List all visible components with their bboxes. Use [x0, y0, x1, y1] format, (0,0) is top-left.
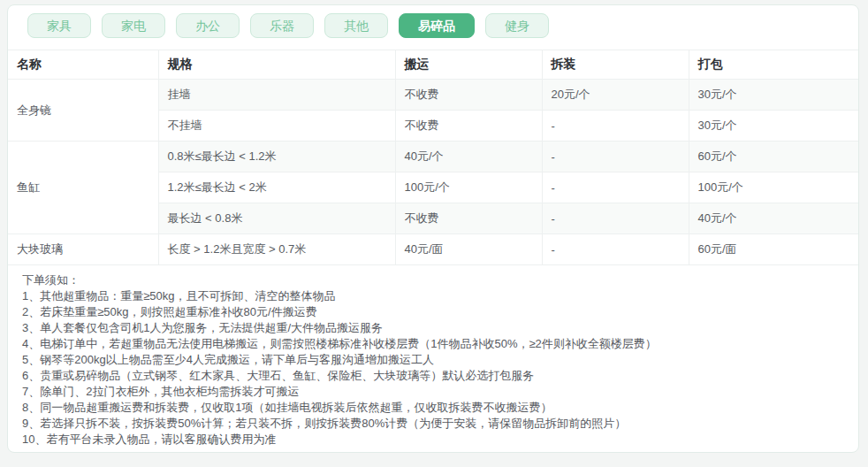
carry-cell: 100元/个	[395, 172, 542, 203]
disassemble-cell: -	[542, 172, 689, 203]
spec-cell: 最长边 < 0.8米	[158, 203, 395, 234]
note-line: 8、同一物品超重搬运费和拆装费，仅收取1项（如挂墙电视拆装后依然超重，仅收取拆装…	[22, 400, 844, 416]
tab-others[interactable]: 其他	[324, 13, 388, 38]
item-name: 鱼缸	[8, 142, 158, 234]
pack-cell: 60元/面	[689, 234, 858, 265]
price-table: 名称 规格 搬运 拆装 打包 全身镜 挂墙 不收费 20元/个 30元/个 不挂…	[8, 50, 858, 265]
table-header-row: 名称 规格 搬运 拆装 打包	[8, 50, 858, 80]
table-row: 全身镜 挂墙 不收费 20元/个 30元/个	[8, 80, 858, 111]
carry-cell: 不收费	[395, 80, 542, 111]
disassemble-cell: -	[542, 203, 689, 234]
disassemble-cell: -	[542, 234, 689, 265]
note-line: 1、其他超重物品：重量≥50kg，且不可拆卸、清空的整体物品	[22, 288, 844, 304]
col-header-disassemble: 拆装	[542, 50, 689, 80]
note-line: 3、单人套餐仅包含司机1人为您服务，无法提供超重/大件物品搬运服务	[22, 320, 844, 336]
pack-cell: 30元/个	[689, 80, 858, 111]
table-row: 鱼缸 0.8米≤最长边 < 1.2米 40元/个 - 60元/个	[8, 142, 858, 172]
order-notes: 下单须知： 1、其他超重物品：重量≥50kg，且不可拆卸、清空的整体物品 2、若…	[8, 265, 858, 455]
carry-cell: 不收费	[395, 111, 542, 142]
disassemble-cell: -	[542, 111, 689, 142]
spec-cell: 挂墙	[158, 80, 395, 111]
tab-appliances[interactable]: 家电	[102, 13, 165, 38]
item-name: 全身镜	[8, 80, 158, 142]
col-header-carry: 搬运	[395, 50, 542, 80]
col-header-name: 名称	[8, 50, 158, 80]
spec-cell: 长度 > 1.2米且宽度 > 0.7米	[158, 234, 395, 265]
disassemble-cell: -	[542, 142, 689, 172]
spec-cell: 1.2米≤最长边 < 2米	[158, 172, 395, 203]
disassemble-cell: 20元/个	[542, 80, 689, 111]
tab-fragile[interactable]: 易碎品	[399, 13, 475, 38]
tab-office[interactable]: 办公	[176, 13, 240, 38]
carry-cell: 40元/面	[395, 234, 542, 265]
pack-cell: 30元/个	[689, 111, 858, 142]
notes-title: 下单须知：	[22, 272, 844, 288]
pack-cell: 40元/个	[689, 203, 858, 234]
note-line: 6、贵重或易碎物品（立式钢琴、红木家具、大理石、鱼缸、保险柜、大块玻璃等）默认必…	[22, 368, 844, 384]
carry-cell: 不收费	[395, 203, 542, 234]
tab-fitness[interactable]: 健身	[485, 13, 549, 38]
table-row: 大块玻璃 长度 > 1.2米且宽度 > 0.7米 40元/面 - 60元/面	[8, 234, 858, 265]
spec-cell: 0.8米≤最长边 < 1.2米	[158, 142, 395, 172]
spec-cell: 不挂墙	[158, 111, 395, 142]
item-name: 大块玻璃	[8, 234, 158, 265]
col-header-pack: 打包	[689, 50, 858, 80]
tab-furniture[interactable]: 家具	[27, 13, 91, 38]
pricing-card: 家具 家电 办公 乐器 其他 易碎品 健身 名称 规格 搬运 拆装 打包 全身镜…	[7, 4, 859, 453]
note-line: 9、若选择只拆不装，按拆装费50%计算；若只装不拆，则按拆装费80%计费（为便于…	[22, 416, 844, 432]
note-line: 5、钢琴等200kg以上物品需至少4人完成搬运，请下单后与客服沟通增加搬运工人	[22, 352, 844, 368]
pack-cell: 100元/个	[689, 172, 858, 203]
col-header-spec: 规格	[158, 50, 395, 80]
note-line: 4、电梯订单中，若超重物品无法使用电梯搬运，则需按照楼梯标准补收楼层费（1件物品…	[22, 336, 844, 352]
note-line: 2、若床垫重量≥50kg，则按照超重标准补收80元/件搬运费	[22, 304, 844, 320]
carry-cell: 40元/个	[395, 142, 542, 172]
tab-instruments[interactable]: 乐器	[250, 13, 314, 38]
pack-cell: 60元/个	[689, 142, 858, 172]
note-line: 7、除单门、2拉门衣柜外，其他衣柜均需拆装才可搬运	[22, 384, 844, 400]
category-tabbar: 家具 家电 办公 乐器 其他 易碎品 健身	[8, 5, 858, 38]
note-line: 10、若有平台未录入物品，请以客服确认费用为准	[22, 432, 844, 448]
